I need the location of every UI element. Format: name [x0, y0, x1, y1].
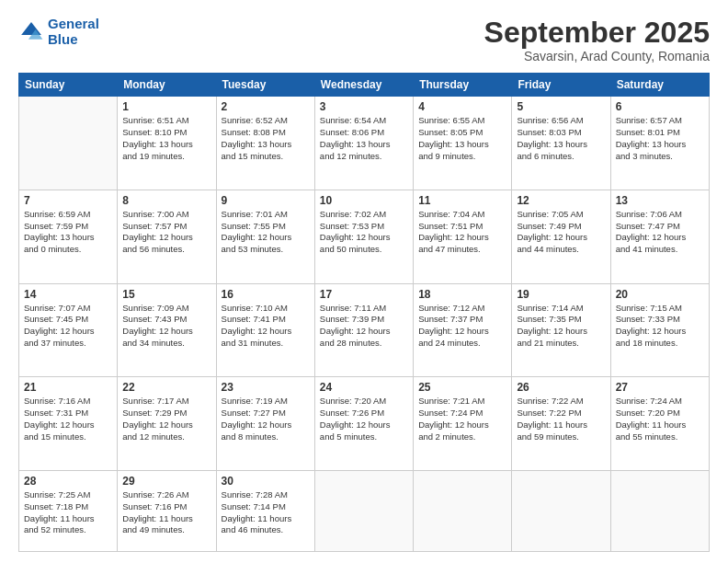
calendar-table: Sunday Monday Tuesday Wednesday Thursday…: [18, 73, 710, 552]
day-info: Sunrise: 7:16 AM Sunset: 7:31 PM Dayligh…: [24, 396, 112, 442]
header: General Blue September 2025 Savarsin, Ar…: [18, 17, 710, 63]
header-monday: Monday: [118, 74, 216, 97]
table-row: 18Sunrise: 7:12 AM Sunset: 7:37 PM Dayli…: [414, 283, 512, 377]
day-info: Sunrise: 6:51 AM Sunset: 8:10 PM Dayligh…: [122, 115, 210, 162]
day-info: Sunrise: 6:52 AM Sunset: 8:08 PM Dayligh…: [222, 115, 310, 162]
day-number: 26: [517, 381, 605, 394]
day-number: 9: [222, 194, 310, 207]
table-row: 15Sunrise: 7:09 AM Sunset: 7:43 PM Dayli…: [118, 283, 216, 377]
table-row: 27Sunrise: 7:24 AM Sunset: 7:20 PM Dayli…: [610, 377, 709, 471]
day-info: Sunrise: 7:15 AM Sunset: 7:33 PM Dayligh…: [616, 303, 704, 350]
day-info: Sunrise: 7:12 AM Sunset: 7:37 PM Dayligh…: [418, 303, 506, 350]
header-saturday: Saturday: [610, 74, 709, 97]
table-row: 1Sunrise: 6:51 AM Sunset: 8:10 PM Daylig…: [118, 97, 216, 190]
day-number: 3: [320, 100, 408, 113]
day-number: 7: [24, 194, 112, 207]
table-row: 19Sunrise: 7:14 AM Sunset: 7:35 PM Dayli…: [512, 283, 610, 377]
day-number: 24: [320, 381, 408, 394]
table-row: 3Sunrise: 6:54 AM Sunset: 8:06 PM Daylig…: [314, 97, 413, 190]
day-info: Sunrise: 7:26 AM Sunset: 7:16 PM Dayligh…: [122, 489, 210, 536]
day-info: Sunrise: 7:21 AM Sunset: 7:24 PM Dayligh…: [418, 396, 506, 442]
table-row: 26Sunrise: 7:22 AM Sunset: 7:22 PM Dayli…: [512, 377, 610, 471]
table-row: 16Sunrise: 7:10 AM Sunset: 7:41 PM Dayli…: [216, 283, 314, 377]
table-row: 12Sunrise: 7:05 AM Sunset: 7:49 PM Dayli…: [512, 190, 610, 283]
day-number: 1: [122, 100, 210, 113]
table-row: 10Sunrise: 7:02 AM Sunset: 7:53 PM Dayli…: [314, 190, 413, 283]
day-info: Sunrise: 6:57 AM Sunset: 8:01 PM Dayligh…: [616, 115, 704, 162]
logo-general: General: [48, 16, 99, 31]
table-row: 6Sunrise: 6:57 AM Sunset: 8:01 PM Daylig…: [610, 97, 709, 190]
day-info: Sunrise: 7:00 AM Sunset: 7:57 PM Dayligh…: [122, 209, 210, 256]
logo: General Blue: [18, 17, 99, 47]
day-number: 5: [517, 100, 605, 113]
day-number: 11: [418, 194, 506, 207]
day-number: 22: [122, 381, 210, 394]
month-title: September 2025: [484, 17, 710, 49]
table-row: 9Sunrise: 7:01 AM Sunset: 7:55 PM Daylig…: [216, 190, 314, 283]
day-info: Sunrise: 7:19 AM Sunset: 7:27 PM Dayligh…: [222, 396, 310, 442]
table-row: 7Sunrise: 6:59 AM Sunset: 7:59 PM Daylig…: [19, 190, 118, 283]
table-row: 17Sunrise: 7:11 AM Sunset: 7:39 PM Dayli…: [314, 283, 413, 377]
day-info: Sunrise: 7:05 AM Sunset: 7:49 PM Dayligh…: [517, 209, 605, 256]
day-info: Sunrise: 7:25 AM Sunset: 7:18 PM Dayligh…: [24, 489, 112, 536]
svg-marker-0: [21, 22, 41, 35]
day-number: 2: [222, 100, 310, 113]
table-row: 11Sunrise: 7:04 AM Sunset: 7:51 PM Dayli…: [414, 190, 512, 283]
table-row: 24Sunrise: 7:20 AM Sunset: 7:26 PM Dayli…: [314, 377, 413, 471]
day-info: Sunrise: 7:24 AM Sunset: 7:20 PM Dayligh…: [616, 396, 704, 442]
table-row: 8Sunrise: 7:00 AM Sunset: 7:57 PM Daylig…: [118, 190, 216, 283]
page: General Blue September 2025 Savarsin, Ar…: [0, 0, 728, 563]
table-row: 20Sunrise: 7:15 AM Sunset: 7:33 PM Dayli…: [610, 283, 709, 377]
day-info: Sunrise: 6:59 AM Sunset: 7:59 PM Dayligh…: [24, 209, 112, 256]
day-info: Sunrise: 7:17 AM Sunset: 7:29 PM Dayligh…: [122, 396, 210, 442]
day-number: 10: [320, 194, 408, 207]
table-row: 25Sunrise: 7:21 AM Sunset: 7:24 PM Dayli…: [414, 377, 512, 471]
day-number: 17: [320, 288, 408, 301]
logo-text: General Blue: [48, 17, 99, 47]
table-row: 4Sunrise: 6:55 AM Sunset: 8:05 PM Daylig…: [414, 97, 512, 190]
day-number: 13: [616, 194, 704, 207]
day-number: 21: [24, 381, 112, 394]
table-row: [414, 470, 512, 551]
day-number: 15: [122, 288, 210, 301]
day-number: 30: [222, 475, 310, 488]
day-number: 25: [418, 381, 506, 394]
day-info: Sunrise: 7:06 AM Sunset: 7:47 PM Dayligh…: [616, 209, 704, 256]
day-number: 12: [517, 194, 605, 207]
table-row: 14Sunrise: 7:07 AM Sunset: 7:45 PM Dayli…: [19, 283, 118, 377]
logo-icon: [18, 19, 44, 45]
table-row: 22Sunrise: 7:17 AM Sunset: 7:29 PM Dayli…: [118, 377, 216, 471]
day-number: 6: [616, 100, 704, 113]
weekday-header-row: Sunday Monday Tuesday Wednesday Thursday…: [19, 74, 710, 97]
day-number: 27: [616, 381, 704, 394]
table-row: 30Sunrise: 7:28 AM Sunset: 7:14 PM Dayli…: [216, 470, 314, 551]
day-info: Sunrise: 7:14 AM Sunset: 7:35 PM Dayligh…: [517, 303, 605, 350]
header-wednesday: Wednesday: [314, 74, 413, 97]
day-number: 8: [122, 194, 210, 207]
header-sunday: Sunday: [19, 74, 118, 97]
table-row: 5Sunrise: 6:56 AM Sunset: 8:03 PM Daylig…: [512, 97, 610, 190]
day-info: Sunrise: 6:54 AM Sunset: 8:06 PM Dayligh…: [320, 115, 408, 162]
day-info: Sunrise: 7:07 AM Sunset: 7:45 PM Dayligh…: [24, 303, 112, 350]
day-info: Sunrise: 6:56 AM Sunset: 8:03 PM Dayligh…: [517, 115, 605, 162]
day-info: Sunrise: 7:28 AM Sunset: 7:14 PM Dayligh…: [222, 489, 310, 536]
day-info: Sunrise: 7:04 AM Sunset: 7:51 PM Dayligh…: [418, 209, 506, 256]
table-row: [610, 470, 709, 551]
day-info: Sunrise: 7:11 AM Sunset: 7:39 PM Dayligh…: [320, 303, 408, 350]
table-row: [314, 470, 413, 551]
day-info: Sunrise: 7:09 AM Sunset: 7:43 PM Dayligh…: [122, 303, 210, 350]
table-row: 21Sunrise: 7:16 AM Sunset: 7:31 PM Dayli…: [19, 377, 118, 471]
logo-blue-text: Blue: [48, 31, 78, 47]
day-number: 14: [24, 288, 112, 301]
table-row: [19, 97, 118, 190]
day-number: 19: [517, 288, 605, 301]
title-block: September 2025 Savarsin, Arad County, Ro…: [484, 17, 710, 63]
table-row: 29Sunrise: 7:26 AM Sunset: 7:16 PM Dayli…: [118, 470, 216, 551]
day-info: Sunrise: 7:20 AM Sunset: 7:26 PM Dayligh…: [320, 396, 408, 442]
location-subtitle: Savarsin, Arad County, Romania: [484, 49, 710, 63]
table-row: 2Sunrise: 6:52 AM Sunset: 8:08 PM Daylig…: [216, 97, 314, 190]
table-row: 13Sunrise: 7:06 AM Sunset: 7:47 PM Dayli…: [610, 190, 709, 283]
day-info: Sunrise: 7:01 AM Sunset: 7:55 PM Dayligh…: [222, 209, 310, 256]
day-number: 29: [122, 475, 210, 488]
day-number: 16: [222, 288, 310, 301]
